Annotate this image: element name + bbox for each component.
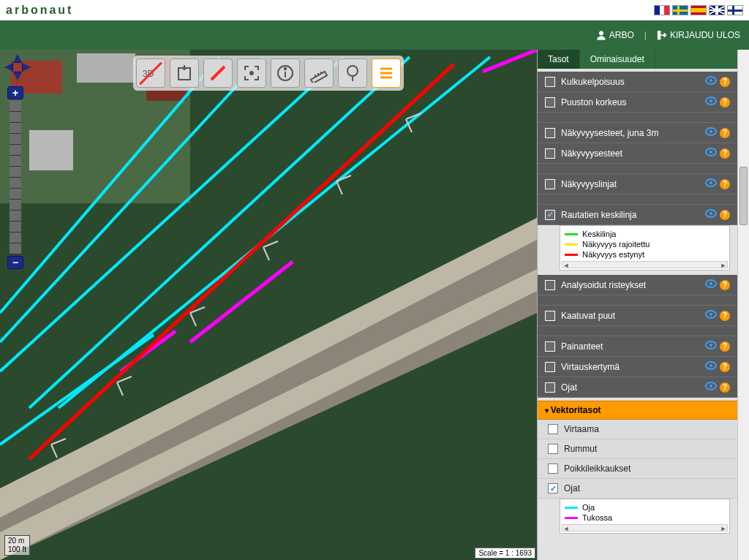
help-icon[interactable]: ? [720,362,730,372]
help-icon[interactable]: ? [720,97,730,107]
scrollbar-thumb[interactable] [739,167,748,225]
visibility-icon[interactable] [705,382,717,393]
help-icon[interactable]: ? [720,210,730,220]
layer-row-pkork[interactable]: Puuston korkeus? [538,92,737,113]
layer-row-nkj3[interactable]: Näkyvyysesteet, juna 3m? [538,123,737,143]
layer-row-virtk[interactable]: Virtauskertymä? [538,357,737,377]
layer-row-nke[interactable]: Näkyvyysesteet? [538,143,737,164]
vector-row-rummut[interactable]: Rummut [538,439,737,459]
visibility-icon[interactable] [705,209,717,220]
legend-scrollbar[interactable]: ◄► [562,261,728,268]
svg-line-12 [211,67,225,80]
help-icon[interactable]: ? [720,128,730,138]
flag-fr[interactable] [654,5,670,15]
layer-checkbox[interactable] [545,128,555,138]
layer-checkbox[interactable] [548,463,558,474]
layer-row-arist[interactable]: Analysoidut risteykset? [538,275,737,295]
layer-row-kpuut[interactable]: Kaatuvat puut? [538,306,737,326]
help-icon[interactable]: ? [720,341,730,352]
layer-checkbox[interactable] [545,341,555,352]
vector-section-header[interactable]: Vektoritasot [538,401,737,420]
logout-link[interactable]: KIRJAUDU ULOS [657,30,740,41]
pan-east[interactable] [22,63,31,72]
tool-pdf[interactable] [170,58,199,88]
layer-actions: ? [705,279,730,290]
visibility-icon[interactable] [705,310,717,321]
visibility-icon[interactable] [705,279,717,290]
layer-actions: ? [705,178,730,189]
legend-label: Näkyvyys estynyt [582,250,644,259]
help-icon[interactable]: ? [720,77,730,87]
layer-actions: ? [705,382,730,393]
layer-row-kulku[interactable]: Kulkukelpoisuus? [538,72,737,92]
visibility-icon[interactable] [705,341,717,352]
layer-checkbox[interactable] [548,483,558,493]
flag-uk[interactable] [709,5,725,15]
zoom-slider[interactable] [10,101,21,254]
layer-checkbox[interactable] [545,382,555,393]
layer-checkbox[interactable] [545,362,555,372]
layer-checkbox[interactable] [545,97,555,107]
panel-scrollbar[interactable] [737,50,749,560]
vector-row-vojat[interactable]: Ojat [538,479,737,499]
layer-checkbox[interactable] [545,179,555,189]
zoom-out-button[interactable]: − [7,256,23,269]
legend-scrollbar[interactable]: ◄► [562,524,728,531]
tool-fullscreen[interactable] [237,58,266,88]
legend-row: Keskilinja [565,229,725,239]
pan-west[interactable] [4,63,13,72]
visibility-icon[interactable] [705,127,717,138]
help-icon[interactable]: ? [720,311,730,321]
layer-checkbox[interactable] [545,77,555,87]
help-icon[interactable]: ? [720,280,730,290]
layer-checkbox[interactable] [545,280,555,290]
scale-m: 20 m [8,537,26,545]
visibility-icon[interactable] [705,76,717,87]
flag-fi[interactable] [727,5,743,15]
layer-row-ojat[interactable]: Ojat? [538,377,737,398]
help-icon[interactable]: ? [720,179,730,189]
user-link[interactable]: ARBO [596,30,634,41]
svg-point-47 [710,385,712,387]
pan-control [4,54,31,80]
tool-tree[interactable] [338,58,367,88]
layer-checkbox[interactable] [548,424,558,434]
svg-point-21 [347,66,358,76]
layer-row-paint[interactable]: Painanteet? [538,336,737,357]
scale-ft: 100 ft [8,545,26,554]
help-icon[interactable]: ? [720,382,730,393]
tool-line[interactable] [203,58,233,88]
vector-row-virtaama[interactable]: Virtaama [538,420,737,439]
layer-actions: ? [705,209,730,220]
tab-properties[interactable]: Ominaisuudet [580,50,655,69]
layer-checkbox[interactable] [545,148,555,159]
pan-north[interactable] [13,54,22,63]
layer-row-nkl[interactable]: Näkyvyyslinjat? [538,174,737,194]
zoom-in-button[interactable]: + [7,86,23,99]
help-icon[interactable]: ? [720,148,730,159]
layer-row-raut[interactable]: Rautatien keskilinja? [538,205,737,225]
user-name: ARBO [609,30,634,40]
layer-actions: ? [705,76,730,87]
visibility-icon[interactable] [705,178,717,189]
pan-south[interactable] [13,72,22,80]
flag-se[interactable] [672,5,688,15]
layer-checkbox[interactable] [545,210,555,220]
flag-es[interactable] [690,5,707,15]
tool-measure[interactable] [304,58,334,88]
tab-layers[interactable]: Tasot [538,50,580,69]
layer-checkbox[interactable] [548,444,558,454]
tool-info[interactable] [271,58,300,88]
visibility-icon[interactable] [705,148,717,159]
layer-actions: ? [705,341,730,352]
layer-checkbox[interactable] [545,311,555,321]
svg-point-43 [710,344,712,347]
visibility-icon[interactable] [705,97,717,107]
visibility-icon[interactable] [705,361,717,372]
tool-3d[interactable]: 3D [136,58,165,88]
map-background [0,50,537,560]
vector-row-poikki[interactable]: Poikkileikkaukset [538,459,737,479]
panel-tabs: Tasot Ominaisuudet [538,50,737,69]
tool-layers[interactable] [372,58,401,88]
map-viewport[interactable]: + − 3D [0,50,537,560]
